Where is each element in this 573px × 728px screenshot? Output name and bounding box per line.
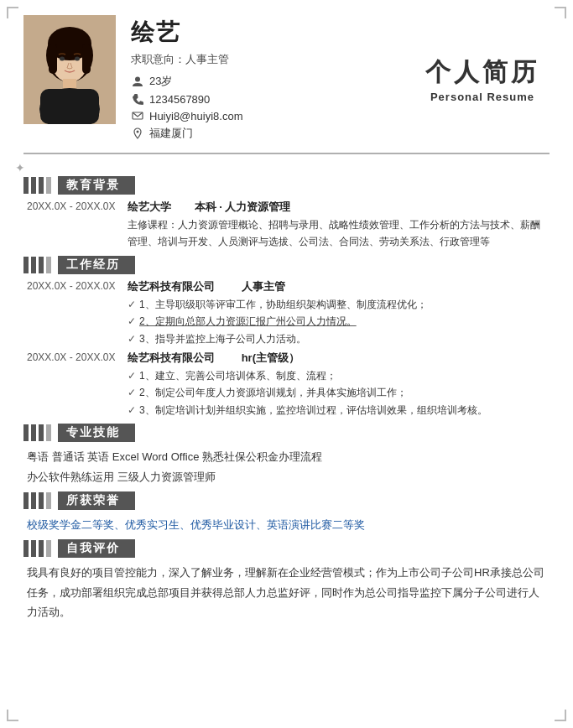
svg-point-14 [137,131,139,133]
checkmark-icon: ✓ [128,384,136,401]
age-item: 23岁 [131,74,407,89]
section-bars-skills [23,424,51,441]
work-company-1: 绘艺科技有限公司 人事主管 [128,279,550,294]
bar3 [39,257,44,273]
section-bars-honors [23,492,51,509]
resume-page: 绘艺 求职意向：人事主管 23岁 1234567890 [0,0,573,728]
work-date-1: 20XX.0X - 20XX.0X [27,279,128,347]
education-header: 教育背景 [23,176,550,195]
email-icon [131,109,144,122]
work-item-1: 20XX.0X - 20XX.0X 绘艺科技有限公司 人事主管 ✓ 1、主导职级… [23,279,550,347]
honors-content: 校级奖学金二等奖、优秀实习生、优秀毕业设计、英语演讲比赛二等奖 [23,515,550,534]
work-detail-1: 绘艺科技有限公司 人事主管 ✓ 1、主导职级职等评审工作，协助组织架构调整、制度… [128,279,550,347]
work-company-2: 绘艺科技有限公司 hr(主管级） [128,351,550,366]
bar4 [46,424,51,441]
education-date: 20XX.0X - 20XX.0X [27,200,128,251]
education-title: 教育背景 [58,176,135,195]
corner-mark-tl [7,7,18,18]
checkmark-icon: ✓ [128,402,136,419]
skills-line1: 粤语 普通话 英语 Excel Word Office 熟悉社保公积金办理流程 [27,447,550,466]
bar3 [39,424,44,441]
bar2 [31,540,36,557]
resume-title-cn: 个人简历 [425,57,539,87]
bar4 [46,177,51,194]
corner-mark-tr [555,7,566,18]
bar2 [31,492,36,509]
school-name: 绘艺大学 [128,200,171,213]
self-eval-content: 我具有良好的项目管控能力，深入了解业务，理解新在企业经营管模式；作为上市公司子公… [23,563,550,621]
work-bullets-2: ✓ 1、建立、完善公司培训体系、制度、流程； ✓ 2、制定公司年度人力资源培训规… [128,367,550,419]
section-bars-selfeval [23,540,51,557]
work-bullets-1: ✓ 1、主导职级职等评审工作，协助组织架构调整、制度流程优化； ✓ 2、定期向总… [128,296,550,347]
bullet-1-0: ✓ 1、主导职级职等评审工作，协助组织架构调整、制度流程优化； [128,296,550,313]
resume-title-block: 个人简历 Personal Resume [407,15,550,144]
bar3 [39,540,44,557]
resume-title-en: Personal Resume [430,91,534,103]
header-divider [23,153,550,154]
age-value: 23岁 [149,74,172,89]
phone-icon [131,92,144,106]
education-row: 20XX.0X - 20XX.0X 绘艺大学 本科 · 人力资源管理 主修课程：… [23,200,550,251]
bar1 [23,177,29,194]
work-title: 工作经历 [58,256,135,274]
email-item: Huiyi8@huiyi8.com [131,109,407,122]
bullet-2-1: ✓ 2、制定公司年度人力资源培训规划，并具体实施培训工作； [128,384,550,401]
bar2 [31,177,36,194]
svg-rect-9 [40,89,99,124]
location-icon [131,127,144,140]
bar3 [39,177,44,194]
checkmark-icon: ✓ [128,330,136,347]
degree: 本科 · 人力资源管理 [195,200,291,213]
bar4 [46,540,51,557]
drag-icon: ✦ [15,161,25,174]
bar4 [46,492,51,509]
bullet-2-0: ✓ 1、建立、完善公司培训体系、制度、流程； [128,367,550,384]
work-item-2: 20XX.0X - 20XX.0X 绘艺科技有限公司 hr(主管级） ✓ 1、建… [23,351,550,419]
bar4 [46,257,51,273]
education-courses: 主修课程：人力资源管理概论、招聘与录用、战略性绩效管理、工作分析的方法与技术、薪… [128,216,550,251]
honors-title: 所获荣誉 [58,491,135,510]
location-value: 福建厦门 [149,126,193,141]
education-school-degree: 绘艺大学 本科 · 人力资源管理 [128,200,550,215]
bullet-2-2: ✓ 3、制定培训计划并组织实施，监控培训过程，评估培训效果，组织培训考核。 [128,402,550,419]
skills-section: 专业技能 粤语 普通话 英语 Excel Word Office 熟悉社保公积金… [23,424,550,486]
header-section: 绘艺 求职意向：人事主管 23岁 1234567890 [23,15,550,144]
svg-rect-5 [49,44,57,74]
phone-value: 1234567890 [149,93,210,106]
photo-svg [23,15,116,124]
work-section: 工作经历 20XX.0X - 20XX.0X 绘艺科技有限公司 人事主管 ✓ 1… [23,256,550,419]
bar1 [23,257,29,273]
drag-area: ✦ [23,161,550,173]
bar2 [31,424,36,441]
person-icon [131,75,144,88]
phone-item: 1234567890 [131,92,407,106]
checkmark-icon: ✓ [128,313,136,330]
svg-point-10 [60,57,65,61]
location-item: 福建厦门 [131,126,407,141]
education-detail: 绘艺大学 本科 · 人力资源管理 主修课程：人力资源管理概论、招聘与录用、战略性… [128,200,550,251]
svg-rect-6 [82,44,91,74]
bar1 [23,492,29,509]
corner-mark-br [555,710,566,721]
email-value: Huiyi8@huiyi8.com [149,110,242,122]
skills-content: 粤语 普通话 英语 Excel Word Office 熟悉社保公积金办理流程 … [23,447,550,486]
section-bars-work [23,257,51,273]
education-section: 教育背景 20XX.0X - 20XX.0X 绘艺大学 本科 · 人力资源管理 … [23,176,550,251]
header-info: 绘艺 求职意向：人事主管 23岁 1234567890 [131,15,407,144]
self-eval-section: 自我评价 我具有良好的项目管控能力，深入了解业务，理解新在企业经营管模式；作为上… [23,539,550,621]
work-detail-2: 绘艺科技有限公司 hr(主管级） ✓ 1、建立、完善公司培训体系、制度、流程； … [128,351,550,419]
honors-section: 所获荣誉 校级奖学金二等奖、优秀实习生、优秀毕业设计、英语演讲比赛二等奖 [23,491,550,534]
bar3 [39,492,44,509]
self-eval-title: 自我评价 [58,539,135,558]
skills-title: 专业技能 [58,424,135,442]
photo-box [23,15,116,124]
corner-mark-bl [7,710,18,721]
svg-point-12 [135,77,140,82]
work-date-2: 20XX.0X - 20XX.0X [27,351,128,419]
bar1 [23,424,29,441]
bar2 [31,257,36,273]
work-header: 工作经历 [23,256,550,274]
checkmark-icon: ✓ [128,296,136,313]
bullet-1-1: ✓ 2、定期向总部人力资源汇报广州公司人力情况。 [128,313,550,330]
candidate-name: 绘艺 [131,17,407,49]
